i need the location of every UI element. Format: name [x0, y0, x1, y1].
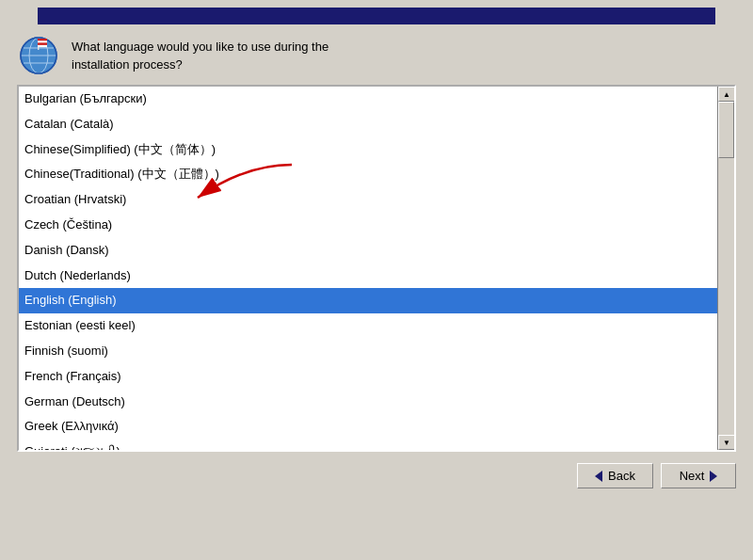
scrollbar-thumb[interactable]	[718, 102, 734, 158]
list-item[interactable]: Greek (Ελληνικά)	[19, 414, 717, 440]
scrollbar-thumb-area	[718, 102, 734, 435]
list-item[interactable]: French (Français)	[19, 364, 717, 390]
scrollbar-track[interactable]: ▲ ▼	[717, 87, 734, 450]
next-button[interactable]: Next	[661, 463, 736, 488]
list-item[interactable]: Czech (Čeština)	[19, 213, 717, 238]
list-item[interactable]: Danish (Dansk)	[19, 238, 717, 264]
list-item[interactable]: Finnish (suomi)	[19, 339, 717, 364]
scrollbar-down-button[interactable]: ▼	[718, 435, 735, 450]
top-bar	[38, 8, 715, 24]
header-question: What language would you like to use duri…	[72, 38, 328, 74]
globe-icon	[19, 36, 58, 75]
list-item[interactable]: Gujarati (ગુજરાતી)	[19, 440, 717, 450]
buttons-section: Back Next	[0, 452, 753, 498]
svg-rect-11	[38, 45, 47, 47]
scrollbar-up-button[interactable]: ▲	[718, 87, 735, 102]
list-item[interactable]: Estonian (eesti keel)	[19, 313, 717, 339]
next-arrow-icon	[710, 471, 717, 482]
back-arrow-icon	[595, 471, 602, 482]
next-label: Next	[680, 469, 705, 483]
list-item[interactable]: German (Deutsch)	[19, 390, 717, 415]
list-item[interactable]: Chinese(Simplified) (中文（简体）)	[19, 137, 717, 163]
list-item[interactable]: English (English)	[19, 288, 717, 313]
list-item[interactable]: Croatian (Hrvatski)	[19, 187, 717, 213]
back-button[interactable]: Back	[577, 463, 653, 488]
list-item[interactable]: Catalan (Català)	[19, 112, 717, 137]
svg-rect-9	[38, 40, 47, 42]
svg-rect-10	[38, 43, 47, 45]
language-list-container: Bulgarian (Български)Catalan (Català)Chi…	[17, 85, 736, 452]
language-list[interactable]: Bulgarian (Български)Catalan (Català)Chi…	[19, 87, 717, 450]
svg-rect-8	[38, 39, 47, 40]
header-section: What language would you like to use duri…	[0, 24, 753, 85]
back-label: Back	[608, 469, 635, 483]
list-item[interactable]: Chinese(Traditional) (中文（正體）)	[19, 162, 717, 187]
list-item[interactable]: Dutch (Nederlands)	[19, 264, 717, 289]
list-item[interactable]: Bulgarian (Български)	[19, 87, 717, 112]
